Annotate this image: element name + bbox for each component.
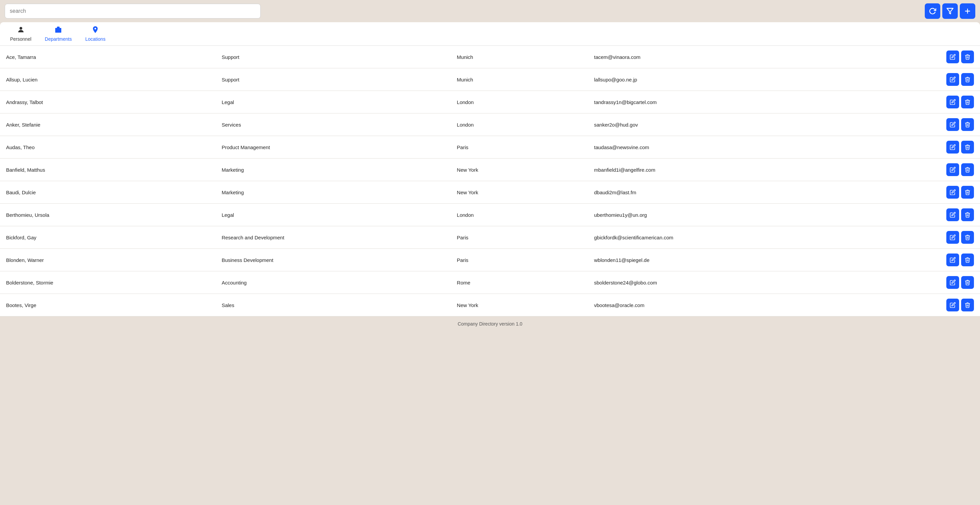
delete-icon [964, 122, 970, 128]
edit-button[interactable] [946, 95, 959, 108]
tab-departments-label: Departments [45, 37, 72, 42]
delete-button[interactable] [961, 73, 974, 86]
cell-name: Audas, Theo [0, 136, 216, 159]
cell-email: vbootesa@oracle.com [588, 294, 921, 316]
cell-actions [921, 113, 980, 136]
table-row: Anker, Stefanie Services London sanker2o… [0, 113, 980, 136]
delete-button[interactable] [961, 51, 974, 63]
cell-email: gbickfordk@scientificamerican.com [588, 226, 921, 249]
cell-email: uberthomieu1y@un.org [588, 204, 921, 226]
cell-email: mbanfield1i@angelfire.com [588, 159, 921, 181]
delete-icon [964, 212, 970, 218]
search-input[interactable] [5, 4, 261, 19]
edit-icon [950, 99, 956, 105]
filter-button[interactable] [942, 3, 958, 19]
svg-marker-0 [947, 8, 953, 14]
cell-location: Munich [451, 46, 588, 68]
tab-locations[interactable]: Locations [78, 22, 112, 46]
filter-icon [946, 7, 954, 15]
delete-button[interactable] [961, 208, 974, 221]
cell-name: Banfield, Matthus [0, 159, 216, 181]
table-row: Bootes, Virge Sales New York vbootesa@or… [0, 294, 980, 316]
tab-personnel-label: Personnel [10, 37, 31, 42]
svg-rect-5 [57, 29, 59, 31]
cell-name: Bolderstone, Stormie [0, 272, 216, 294]
edit-button[interactable] [946, 118, 959, 131]
delete-icon [964, 234, 970, 240]
delete-icon [964, 144, 970, 150]
edit-icon [950, 167, 956, 173]
delete-icon [964, 54, 970, 60]
cell-name: Blonden, Warner [0, 249, 216, 272]
personnel-table: Ace, Tamarra Support Munich tacem@vinaor… [0, 46, 980, 316]
edit-button[interactable] [946, 186, 959, 199]
add-button[interactable] [960, 3, 975, 19]
edit-icon [950, 54, 956, 60]
delete-button[interactable] [961, 276, 974, 289]
edit-button[interactable] [946, 73, 959, 86]
edit-button[interactable] [946, 51, 959, 63]
delete-icon [964, 279, 970, 286]
delete-icon [964, 76, 970, 83]
edit-icon [950, 234, 956, 240]
table-row: Baudi, Dulcie Marketing New York dbaudi2… [0, 181, 980, 204]
cell-email: sanker2o@hud.gov [588, 113, 921, 136]
cell-location: Paris [451, 136, 588, 159]
cell-email: dbaudi2m@last.fm [588, 181, 921, 204]
cell-department: Services [216, 113, 450, 136]
delete-button[interactable] [961, 231, 974, 244]
table-row: Bickford, Gay Research and Development P… [0, 226, 980, 249]
cell-location: Munich [451, 68, 588, 91]
delete-button[interactable] [961, 118, 974, 131]
cell-department: Business Development [216, 249, 450, 272]
departments-icon [54, 25, 62, 36]
edit-button[interactable] [946, 163, 959, 176]
delete-button[interactable] [961, 254, 974, 266]
delete-button[interactable] [961, 186, 974, 199]
cell-location: New York [451, 159, 588, 181]
table-row: Bolderstone, Stormie Accounting Rome sbo… [0, 272, 980, 294]
edit-button[interactable] [946, 141, 959, 154]
table-row: Berthomieu, Ursola Legal London uberthom… [0, 204, 980, 226]
cell-department: Marketing [216, 159, 450, 181]
delete-button[interactable] [961, 299, 974, 311]
cell-location: London [451, 204, 588, 226]
tab-locations-label: Locations [85, 37, 105, 42]
delete-button[interactable] [961, 163, 974, 176]
edit-icon [950, 257, 956, 263]
delete-icon [964, 257, 970, 263]
cell-email: sbolderstone24@globo.com [588, 272, 921, 294]
delete-button[interactable] [961, 141, 974, 154]
edit-button[interactable] [946, 299, 959, 311]
cell-location: Rome [451, 272, 588, 294]
edit-button[interactable] [946, 254, 959, 266]
cell-email: tandrassy1n@bigcartel.com [588, 91, 921, 113]
refresh-button[interactable] [925, 3, 940, 19]
cell-actions [921, 159, 980, 181]
cell-name: Berthomieu, Ursola [0, 204, 216, 226]
tab-departments[interactable]: Departments [38, 22, 78, 46]
table-row: Banfield, Matthus Marketing New York mba… [0, 159, 980, 181]
cell-name: Ace, Tamarra [0, 46, 216, 68]
cell-name: Allsup, Lucien [0, 68, 216, 91]
cell-name: Bickford, Gay [0, 226, 216, 249]
add-icon [964, 7, 971, 15]
cell-department: Product Management [216, 136, 450, 159]
edit-icon [950, 144, 956, 150]
cell-actions [921, 226, 980, 249]
cell-email: lallsupo@goo.ne.jp [588, 68, 921, 91]
personnel-icon [17, 25, 25, 36]
edit-button[interactable] [946, 231, 959, 244]
delete-button[interactable] [961, 95, 974, 108]
edit-button[interactable] [946, 208, 959, 221]
table-row: Allsup, Lucien Support Munich lallsupo@g… [0, 68, 980, 91]
cell-location: New York [451, 294, 588, 316]
cell-department: Accounting [216, 272, 450, 294]
edit-icon [950, 122, 956, 128]
edit-icon [950, 76, 956, 83]
tabs-bar: Personnel Departments Locations [0, 22, 980, 46]
tab-personnel[interactable]: Personnel [3, 22, 38, 46]
table-row: Blonden, Warner Business Development Par… [0, 249, 980, 272]
cell-actions [921, 136, 980, 159]
edit-button[interactable] [946, 276, 959, 289]
